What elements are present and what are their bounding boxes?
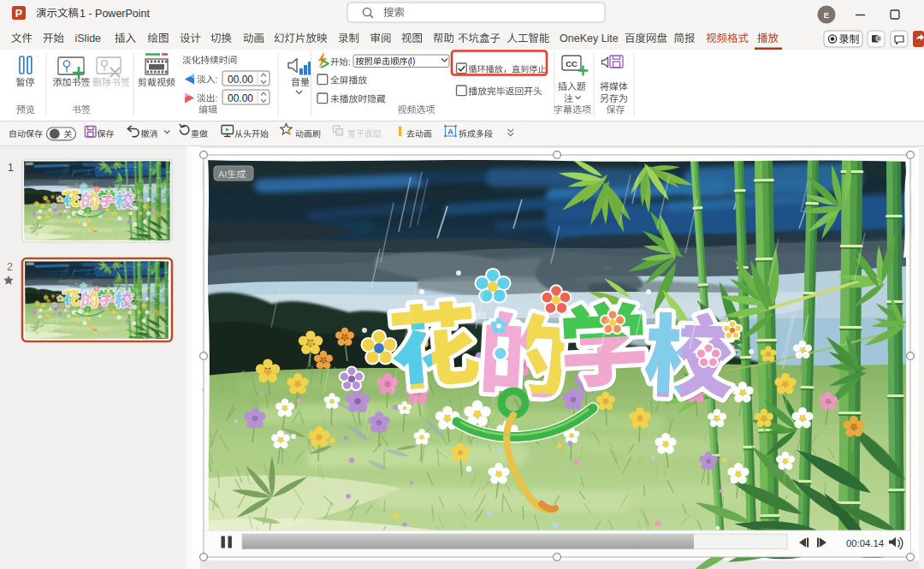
svg-text:00.00: 00.00 <box>228 74 253 86</box>
svg-text:CC: CC <box>566 59 578 68</box>
svg-text:I): I) <box>410 56 415 66</box>
svg-text:00:04.14: 00:04.14 <box>846 538 884 548</box>
svg-text:OneKey Lite: OneKey Lite <box>560 33 619 44</box>
svg-text:2: 2 <box>7 261 13 273</box>
svg-text:iSlide: iSlide <box>75 33 102 44</box>
svg-text:A: A <box>447 127 453 136</box>
svg-text:E: E <box>824 10 829 20</box>
svg-text:1 - PowerPoint: 1 - PowerPoint <box>80 8 151 20</box>
svg-text:1: 1 <box>8 162 14 174</box>
svg-text:00.00: 00.00 <box>228 92 253 104</box>
svg-text:P: P <box>15 8 22 20</box>
